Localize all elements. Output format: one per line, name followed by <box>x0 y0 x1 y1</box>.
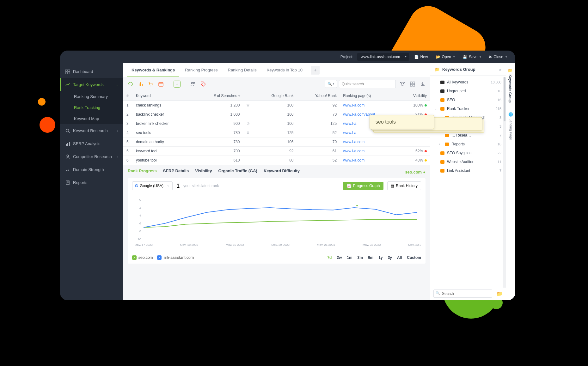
sidebar-sub-rank-tracking[interactable]: Rank Tracking <box>60 102 123 113</box>
check-icon: ✓ <box>132 255 137 260</box>
grid-view-icon[interactable] <box>409 81 416 88</box>
ranking-page-link[interactable]: www.l-a <box>343 131 356 135</box>
filter-icon[interactable] <box>399 81 406 88</box>
rank-history-button[interactable]: ▦Rank History <box>387 181 421 190</box>
scrollbar[interactable] <box>503 77 506 288</box>
right-panel-title: Keywords Group <box>442 67 475 72</box>
th-num[interactable]: # <box>123 91 133 101</box>
sidebar-item-label: SERP Analysis <box>73 141 100 146</box>
table-row[interactable]: 5domain authority78010670www.l-a.com <box>123 137 430 147</box>
sidebar-item-dashboard[interactable]: Dashboard <box>60 65 123 78</box>
bp-tab-serp-details[interactable]: SERP Details <box>163 168 189 176</box>
table-row[interactable]: 5keyword tool7009261www.l-a.com52% <box>123 147 430 156</box>
ranking-page-link[interactable]: www.l-a.com <box>343 103 364 107</box>
sidebar-item-target-keywords[interactable]: Target Keywords ⌄ <box>60 78 123 91</box>
range-option[interactable]: 3y <box>388 255 392 260</box>
add-tab-button[interactable]: + <box>311 66 320 75</box>
quick-search-input[interactable] <box>339 80 396 88</box>
save-button[interactable]: 💾Save▾ <box>460 53 484 60</box>
group-item[interactable]: SEO16 <box>430 95 506 104</box>
th-visibility[interactable]: Visibility <box>399 91 430 101</box>
tab-ranking-progress[interactable]: Ranking Progress <box>181 64 222 76</box>
people-icon[interactable] <box>190 81 197 88</box>
calendar-icon[interactable] <box>157 81 164 88</box>
strip-landing-page[interactable]: 🌐Landing Page <box>508 110 513 142</box>
chart-icon: 📈 <box>347 184 352 188</box>
progress-graph-button[interactable]: 📈Progress Graph <box>343 182 384 190</box>
doc-icon <box>65 180 70 185</box>
collapse-button[interactable]: » <box>499 67 501 72</box>
sidebar-sub-keyword-map[interactable]: Keyword Map <box>60 113 123 124</box>
download-icon[interactable] <box>419 81 426 88</box>
tab-ranking-details[interactable]: Ranking Details <box>224 64 261 76</box>
range-option[interactable]: 1m <box>347 255 352 260</box>
th-google[interactable]: Google Rank <box>253 91 297 101</box>
range-option[interactable]: Custom <box>407 255 421 260</box>
ranking-page-link[interactable]: www.l-a.com <box>343 158 364 162</box>
bp-tab-visibility[interactable]: Visibility <box>195 168 212 176</box>
ranking-page-link[interactable]: www.l-a <box>343 121 356 126</box>
open-button[interactable]: 📂Open▾ <box>433 53 457 60</box>
bp-tab-keyword-difficulty[interactable]: Keyword Difficulty <box>264 168 300 176</box>
google-icon: G <box>135 184 138 188</box>
range-option[interactable]: 6m <box>368 255 373 260</box>
svg-rect-22 <box>413 82 415 84</box>
sidebar-item-serp-analysis[interactable]: SERP Analysis <box>60 137 123 150</box>
project-dropdown[interactable]: www.link-assistant.com <box>357 53 409 61</box>
range-option[interactable]: 7d <box>327 255 332 260</box>
sidebar-item-competitor-research[interactable]: Competitor Research › <box>60 150 123 163</box>
svg-text:4: 4 <box>139 214 142 217</box>
analytics-icon[interactable] <box>137 81 144 88</box>
tab-keywords-rankings[interactable]: Keywords & Rankings <box>127 64 179 76</box>
latest-rank-label: your site's latest rank <box>183 184 219 188</box>
sidebar-item-label: Keyword Research <box>73 128 108 133</box>
group-item[interactable]: All keywords10,000 <box>430 78 506 87</box>
legend-link-assistant[interactable]: ✓link-assistant.com <box>157 255 193 260</box>
cart-icon[interactable] <box>147 81 154 88</box>
group-item[interactable]: Ungrouped16 <box>430 87 506 95</box>
search-mode-button[interactable]: 🔍▾ <box>325 80 337 88</box>
bp-site-label: seo.com ● <box>405 170 426 174</box>
bp-tab-rank-progress[interactable]: Rank Progress <box>128 168 157 176</box>
search-engine-dropdown[interactable]: G Google (USA) <box>132 181 173 190</box>
range-option[interactable]: All <box>397 255 402 260</box>
close-button[interactable]: ✖Close▾ <box>486 53 510 60</box>
legend-seo[interactable]: ✓seo.com <box>132 255 153 260</box>
strip-keywords-group[interactable]: 📁Keywords Group <box>508 66 514 105</box>
sidebar-item-domain-strength[interactable]: Domain Strength <box>60 163 123 176</box>
keyword-tooltip: seo tools <box>370 115 434 129</box>
svg-rect-0 <box>65 70 67 71</box>
th-pages[interactable]: Ranking page(s) <box>340 91 399 101</box>
folder-add-icon[interactable]: 📁 <box>496 291 503 297</box>
range-option[interactable]: 2w <box>337 255 342 260</box>
ranking-page-link[interactable]: www.l-a.com <box>343 149 364 153</box>
tab-keywords-top10[interactable]: Keywords in Top 10 <box>262 64 307 76</box>
ranking-page-link[interactable]: www.l-a.com <box>343 140 364 144</box>
table-row[interactable]: 1check rankings1,200♛10092www.l-a.com100… <box>123 101 430 110</box>
group-item[interactable]: Website Auditor11 <box>430 157 506 166</box>
crown-icon: ♛ <box>246 131 250 135</box>
folder-icon <box>445 134 449 137</box>
range-option[interactable]: 3m <box>358 255 363 260</box>
sidebar-item-reports[interactable]: Reports <box>60 176 123 189</box>
group-item[interactable]: ⌄Rank Tracker215 <box>430 104 506 113</box>
th-keyword[interactable]: Keyword <box>133 91 193 101</box>
th-searches[interactable]: # of Searches ▾ <box>193 91 243 101</box>
open-icon: 📂 <box>436 55 440 59</box>
add-keyword-button[interactable]: + <box>174 81 181 88</box>
svg-rect-23 <box>410 84 412 86</box>
group-item[interactable]: ›Reports16 <box>430 140 506 149</box>
group-search-input[interactable] <box>433 290 492 298</box>
th-yahoo[interactable]: Yahoo! Rank <box>297 91 340 101</box>
refresh-icon[interactable] <box>127 81 134 88</box>
new-button[interactable]: 📄New <box>412 53 431 60</box>
sidebar-item-keyword-research[interactable]: Keyword Research › <box>60 124 123 137</box>
table-row[interactable]: 6youtube tool6108052www.l-a.com43% <box>123 156 430 165</box>
sidebar-sub-ranking-summary[interactable]: Ranking Summary <box>60 91 123 102</box>
folder-icon <box>440 151 444 155</box>
range-option[interactable]: 1y <box>378 255 383 260</box>
tag-icon[interactable] <box>200 81 207 88</box>
bp-tab-organic-traffic[interactable]: Organic Traffic (GA) <box>218 168 257 176</box>
group-item[interactable]: Link Assistant7 <box>430 166 506 175</box>
group-item[interactable]: SEO Spyglass22 <box>430 149 506 157</box>
